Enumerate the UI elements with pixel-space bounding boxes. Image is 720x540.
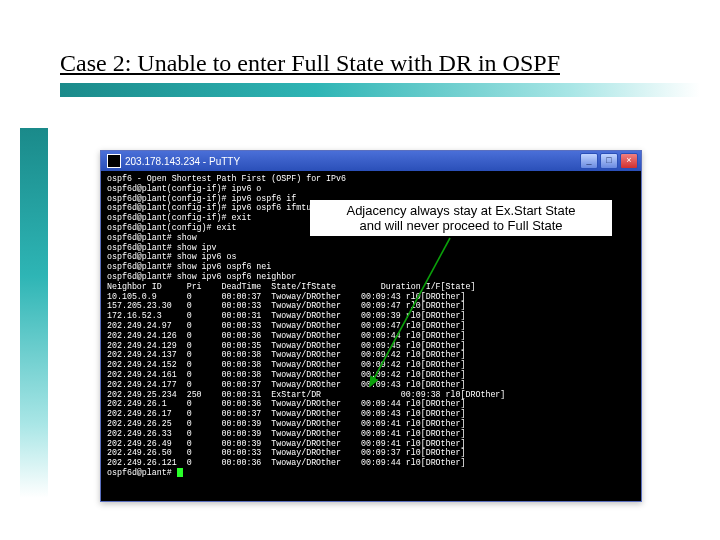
callout-line2: and will never proceed to Full State <box>316 218 606 233</box>
annotation-callout: Adjacency always stay at Ex.Start State … <box>310 200 612 236</box>
slide-title: Case 2: Unable to enter Full State with … <box>60 50 700 77</box>
title-accent-bar <box>60 83 700 97</box>
close-button[interactable]: × <box>620 153 638 169</box>
window-titlebar: 203.178.143.234 - PuTTY _ □ × <box>101 151 641 171</box>
callout-line1: Adjacency always stay at Ex.Start State <box>316 203 606 218</box>
putty-icon <box>107 154 121 168</box>
window-buttons: _ □ × <box>580 153 638 169</box>
window-title-text: 203.178.143.234 - PuTTY <box>125 156 240 167</box>
side-accent-bar <box>20 128 48 498</box>
terminal-cursor <box>177 468 183 477</box>
maximize-button[interactable]: □ <box>600 153 618 169</box>
title-block: Case 2: Unable to enter Full State with … <box>60 50 700 97</box>
minimize-button[interactable]: _ <box>580 153 598 169</box>
